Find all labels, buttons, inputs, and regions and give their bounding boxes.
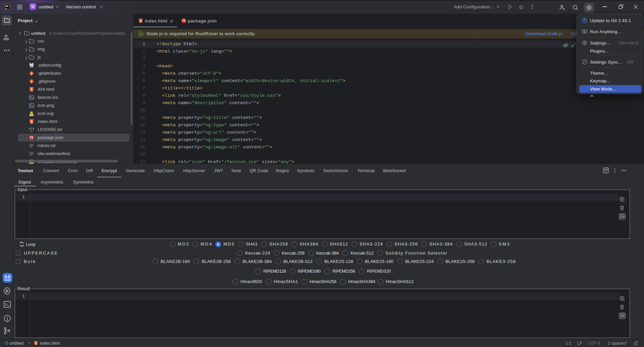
svg-text:5: 5 — [140, 19, 142, 22]
svg-text:JS: JS — [140, 33, 143, 35]
svg-text:5: 5 — [31, 88, 33, 91]
svg-text:SVG: SVG — [30, 114, 34, 116]
svg-text:5: 5 — [35, 342, 37, 345]
svg-text:5: 5 — [31, 120, 33, 123]
